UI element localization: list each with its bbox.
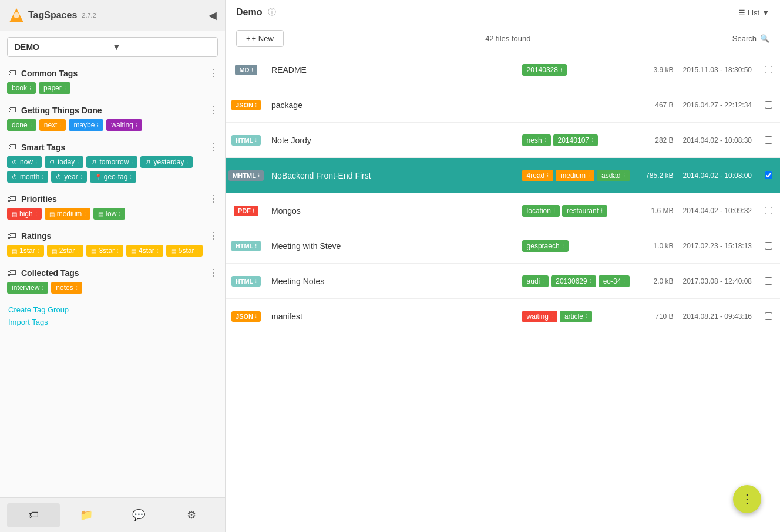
table-row[interactable]: JSON ⁝manifestwaiting ⁝article ⁝710 B201… (226, 299, 780, 334)
import-tags-link[interactable]: Import Tags (8, 318, 217, 326)
tag-menu-icon[interactable]: ⁝ (623, 172, 625, 179)
file-checkbox[interactable] (757, 312, 780, 320)
tag-group-smart-menu-button[interactable]: ⋮ (209, 142, 218, 153)
file-tag-20130629[interactable]: 20130629 ⁝ (551, 275, 596, 287)
tag-menu-icon[interactable]: ⁝ (590, 278, 591, 284)
tag-menu-icon[interactable]: ⁝ (544, 137, 546, 143)
badge-menu-icon[interactable]: ⁝ (255, 102, 257, 108)
tab-folder-button[interactable]: 📁 (60, 503, 113, 527)
tag-now[interactable]: ⏱now ⁝ (7, 156, 42, 168)
file-tag-location[interactable]: location ⁝ (522, 205, 560, 217)
file-checkbox[interactable] (757, 171, 780, 179)
tag-1star[interactable]: ▤1star ⁝ (7, 245, 44, 257)
tag-tomorrow[interactable]: ⏱tomorrow ⁝ (86, 156, 137, 168)
file-tag-4read[interactable]: 4read ⁝ (522, 170, 554, 181)
tag-menu-icon[interactable]: ⁝ (542, 278, 544, 284)
tag-menu-icon[interactable]: ⁝ (560, 66, 562, 73)
file-checkbox[interactable] (757, 277, 780, 285)
tag-month[interactable]: ⏱month ⁝ (7, 171, 48, 183)
tag-medium[interactable]: ▤medium ⁝ (45, 208, 91, 220)
view-toggle[interactable]: ☰ List ▼ (738, 8, 769, 17)
tag-done[interactable]: done ⁝ (7, 119, 36, 131)
tag-year[interactable]: ⏱year ⁝ (51, 171, 86, 183)
tag-2star[interactable]: ▤2star ⁝ (47, 245, 84, 257)
tag-menu-icon[interactable]: ⁝ (547, 172, 549, 179)
file-tag-restaurant[interactable]: restaurant ⁝ (562, 205, 607, 217)
tag-maybe[interactable]: maybe ⁝ (69, 119, 103, 131)
file-checkbox[interactable] (757, 101, 780, 109)
tag-group-priorities-menu-button[interactable]: ⋮ (209, 193, 218, 204)
tag-today[interactable]: ⏱today ⁝ (45, 156, 83, 168)
tag-group-collected-menu-button[interactable]: ⋮ (209, 267, 218, 278)
file-checkbox[interactable] (757, 66, 780, 73)
table-row[interactable]: MHTML ⁝NoBackend Front-End First4read ⁝m… (226, 158, 780, 193)
tag-book[interactable]: book ⁝ (7, 82, 36, 94)
file-checkbox-input[interactable] (765, 242, 772, 250)
badge-menu-icon[interactable]: ⁝ (255, 278, 257, 284)
create-tag-group-link[interactable]: Create Tag Group (8, 305, 217, 314)
tag-menu-icon[interactable]: ⁝ (601, 207, 603, 214)
badge-menu-icon[interactable]: ⁝ (255, 243, 257, 249)
table-row[interactable]: JSON ⁝package467 B2016.04.27 - 22:12:34 (226, 87, 780, 123)
search-button[interactable]: Search 🔍 (732, 34, 769, 43)
file-checkbox-input[interactable] (765, 101, 772, 109)
tab-tags-button[interactable]: 🏷 (7, 503, 60, 527)
tag-menu-icon[interactable]: ⁝ (591, 137, 593, 143)
tag-3star[interactable]: ▤3star ⁝ (86, 245, 123, 257)
sidebar-collapse-button[interactable]: ◀ (209, 9, 217, 22)
badge-menu-icon[interactable]: ⁝ (258, 173, 260, 179)
badge-menu-icon[interactable]: ⁝ (253, 208, 254, 214)
tag-menu-icon[interactable]: ⁝ (562, 243, 564, 249)
file-checkbox-input[interactable] (765, 207, 772, 214)
tag-interview[interactable]: interview ⁝ (7, 282, 48, 294)
table-row[interactable]: HTML ⁝Note Jordynesh ⁝20140107 ⁝282 B201… (226, 123, 780, 158)
workspace-dropdown[interactable]: DEMO ▼ (7, 37, 218, 57)
file-checkbox-input[interactable] (765, 312, 772, 320)
table-row[interactable]: HTML ⁝Meeting with Stevegespraech ⁝1.0 k… (226, 228, 780, 264)
file-checkbox-input[interactable] (765, 277, 772, 285)
file-tag-gespraech[interactable]: gespraech ⁝ (522, 240, 569, 252)
info-icon[interactable]: ⓘ (268, 7, 276, 18)
tag-4star[interactable]: ▤4star ⁝ (126, 245, 163, 257)
badge-menu-icon[interactable]: ⁝ (255, 137, 257, 143)
file-tag-waiting[interactable]: waiting ⁝ (522, 311, 557, 322)
file-tag-eo-34[interactable]: eo-34 ⁝ (599, 275, 630, 287)
tag-group-ratings-menu-button[interactable]: ⋮ (209, 230, 218, 241)
file-checkbox[interactable] (757, 207, 780, 214)
new-button[interactable]: + + New (236, 30, 284, 47)
file-checkbox[interactable] (757, 242, 780, 250)
tag-paper[interactable]: paper ⁝ (39, 82, 70, 94)
tag-menu-icon[interactable]: ⁝ (553, 207, 555, 214)
tag-waiting[interactable]: waiting ⁝ (106, 119, 142, 131)
table-row[interactable]: PDF ⁝Mongoslocation ⁝restaurant ⁝1.6 MB2… (226, 193, 780, 228)
file-tag-medium[interactable]: medium ⁝ (556, 170, 594, 181)
table-row[interactable]: HTML ⁝Meeting Notesaudi ⁝20130629 ⁝eo-34… (226, 264, 780, 299)
file-tag-20140107[interactable]: 20140107 ⁝ (553, 134, 598, 146)
file-tag-20140328[interactable]: 20140328 ⁝ (522, 64, 567, 76)
badge-menu-icon[interactable]: ⁝ (255, 314, 257, 319)
table-row[interactable]: MD ⁝README20140328 ⁝3.9 kB2015.11.03 - 1… (226, 52, 780, 87)
tab-settings-button[interactable]: ⚙ (165, 503, 218, 527)
tag-menu-icon[interactable]: ⁝ (586, 313, 587, 319)
fab-button[interactable]: ⋮ (733, 485, 761, 513)
file-checkbox-input[interactable] (765, 136, 772, 144)
tag-5star[interactable]: ▤5star ⁝ (166, 245, 203, 257)
tag-low[interactable]: ▤low ⁝ (93, 208, 125, 220)
file-checkbox-input[interactable] (765, 171, 772, 179)
tag-menu-icon[interactable]: ⁝ (588, 172, 590, 179)
tag-group-gtd-menu-button[interactable]: ⋮ (209, 105, 218, 116)
badge-menu-icon[interactable]: ⁝ (251, 67, 253, 73)
file-checkbox-input[interactable] (765, 66, 772, 73)
tag-high[interactable]: ▤high ⁝ (7, 208, 42, 220)
file-checkbox[interactable] (757, 136, 780, 144)
tag-menu-icon[interactable]: ⁝ (623, 278, 625, 284)
file-tag-audi[interactable]: audi ⁝ (522, 275, 549, 287)
tab-comment-button[interactable]: 💬 (113, 503, 166, 527)
tag-yesterday[interactable]: ⏱yesterday ⁝ (140, 156, 193, 168)
tag-notes[interactable]: notes ⁝ (51, 282, 82, 294)
tag-geo-tag[interactable]: 📍geo-tag ⁝ (90, 171, 137, 183)
file-tag-article[interactable]: article ⁝ (560, 311, 592, 322)
file-tag-nesh[interactable]: nesh ⁝ (522, 134, 551, 146)
tag-menu-icon[interactable]: ⁝ (551, 313, 553, 319)
file-tag-asdad[interactable]: asdad ⁝ (597, 170, 630, 181)
